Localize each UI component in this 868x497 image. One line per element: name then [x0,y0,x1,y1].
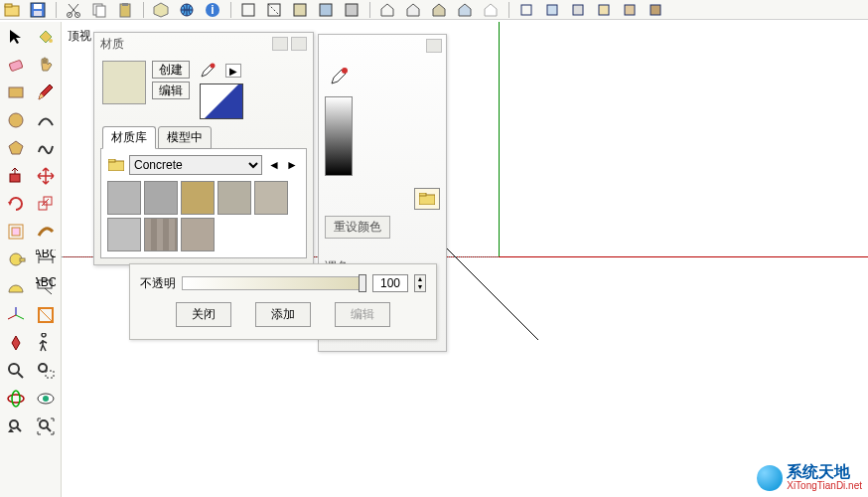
close-button[interactable]: 关闭 [176,302,231,327]
folder-icon[interactable] [414,188,440,210]
svg-rect-41 [44,197,52,205]
tex-icon[interactable] [316,1,338,19]
folder-icon[interactable] [107,157,125,173]
section-tool[interactable] [32,302,60,328]
mono-icon[interactable] [342,1,363,19]
close-icon[interactable] [291,37,307,51]
look-tool[interactable] [32,386,60,412]
add-button[interactable]: 添加 [255,302,311,327]
opacity-value[interactable]: 100 [372,274,408,292]
orbit-tool[interactable] [2,386,30,412]
wire-icon[interactable] [238,1,260,19]
freehand-tool[interactable] [32,135,60,161]
svg-rect-27 [547,5,557,15]
create-button[interactable]: 创建 [152,61,190,79]
tape-tool[interactable] [2,247,30,272]
open-icon[interactable] [2,1,24,19]
zoom-tool[interactable] [2,358,30,384]
edit-button[interactable]: 编辑 [152,82,190,99]
opacity-slider[interactable] [182,276,366,290]
save-icon[interactable] [28,1,50,19]
reset-color-button[interactable]: 重设颜色 [325,216,390,239]
nav-back-icon[interactable]: ◄ [266,157,282,173]
svg-rect-31 [651,5,660,15]
close-icon[interactable] [426,39,442,53]
cube5-icon[interactable] [620,1,642,19]
style4-icon[interactable] [455,1,477,19]
swatch[interactable] [107,181,141,215]
viewport[interactable]: 顶视 重设颜色 调色 材质 创建 编 [62,22,868,497]
svg-point-64 [8,395,24,403]
shaded-icon[interactable] [290,1,312,19]
arc-tool[interactable] [32,107,60,133]
cube2-icon[interactable] [542,1,564,19]
cube6-icon[interactable] [646,1,667,19]
pencil-tool[interactable] [32,80,60,105]
main-toolbar: i [0,0,868,20]
svg-rect-35 [9,87,23,97]
select-tool[interactable] [2,24,30,50]
swatch[interactable] [144,181,178,215]
swatch[interactable] [217,181,251,215]
current-material-swatch[interactable] [102,61,146,104]
position-camera-tool[interactable] [2,330,30,356]
cube1-icon[interactable] [516,1,538,19]
hidden-icon[interactable] [264,1,286,19]
paste-icon[interactable] [115,1,137,19]
offset-tool[interactable] [2,219,30,245]
svg-rect-30 [625,5,635,15]
swatch[interactable] [181,181,215,215]
style3-icon[interactable] [429,1,451,19]
menu-arrow-icon[interactable]: ▶ [225,64,241,78]
value-gradient[interactable] [325,96,353,176]
hand-tool[interactable] [32,52,60,78]
swatch[interactable] [144,218,178,251]
swatch[interactable] [254,181,288,215]
minimize-icon[interactable] [272,37,288,51]
component-icon[interactable] [151,1,173,19]
paintbucket-tool[interactable] [32,24,60,50]
eyedropper-icon[interactable] [198,61,217,81]
cube4-icon[interactable] [594,1,616,19]
axes-tool[interactable] [2,302,30,328]
zoom-extents-tool[interactable] [32,414,60,439]
style2-icon[interactable] [403,1,425,19]
circle-tool[interactable] [2,107,30,133]
move-tool[interactable] [32,163,60,189]
polygon-tool[interactable] [2,135,30,161]
copy-icon[interactable] [89,1,111,19]
nav-fwd-icon[interactable]: ► [284,157,300,173]
rectangle-tool[interactable] [2,80,30,105]
globe-icon[interactable] [177,1,199,19]
opacity-spinner[interactable]: ▲▼ [414,274,426,292]
style1-icon[interactable] [377,1,399,19]
followme-tool[interactable] [32,219,60,245]
tab-library[interactable]: 材质库 [102,126,156,149]
panel-title: 材质 [100,36,124,53]
walk-tool[interactable] [32,330,60,356]
text-tool[interactable]: ABC [32,274,60,300]
eraser-tool[interactable] [2,52,30,78]
scale-tool[interactable] [32,191,60,217]
swatch[interactable] [107,218,141,251]
style5-icon[interactable] [481,1,503,19]
info-icon[interactable]: i [203,1,224,19]
cube3-icon[interactable] [568,1,590,19]
dimension-tool[interactable]: ABC [32,247,60,272]
tab-in-model[interactable]: 模型中 [158,126,212,149]
slider-thumb[interactable] [359,274,366,292]
svg-line-58 [39,308,53,322]
svg-rect-15 [242,4,254,16]
edit-button-disabled: 编辑 [335,302,390,327]
eyedropper-icon[interactable] [325,63,353,90]
zoom-window-tool[interactable] [32,358,60,384]
library-select[interactable]: Concrete [129,155,262,175]
swatch[interactable] [181,218,215,251]
rotate-tool[interactable] [2,191,30,217]
protractor-tool[interactable] [2,274,30,300]
previous-tool[interactable] [2,414,30,439]
cut-icon[interactable] [64,1,85,19]
watermark-title: 系统天地 [787,464,862,480]
view-label: 顶视 [68,28,91,45]
pushpull-tool[interactable] [2,163,30,189]
